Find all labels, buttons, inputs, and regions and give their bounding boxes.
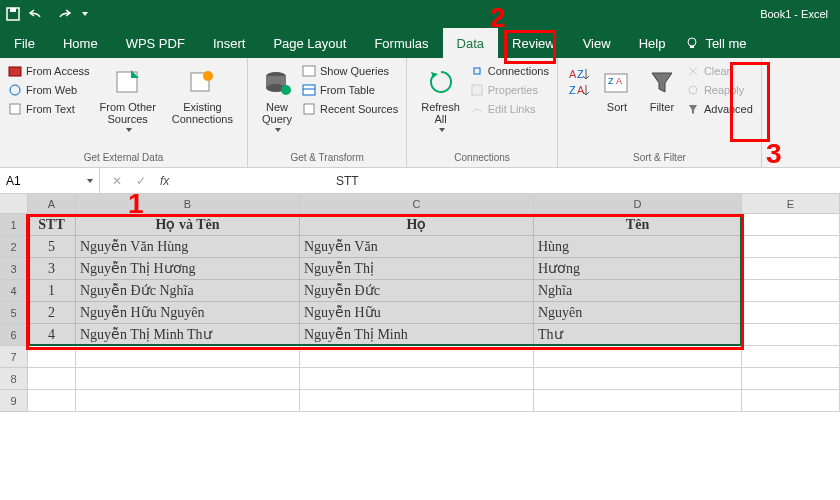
properties-button: Properties	[470, 81, 549, 99]
tab-formulas[interactable]: Formulas	[360, 28, 442, 58]
table-row[interactable]: 3 3 Nguyễn Thị Hương Nguyễn Thị Hương	[0, 258, 840, 280]
col-D[interactable]: D	[534, 194, 742, 214]
reapply-button: Reapply	[686, 81, 753, 99]
table-row[interactable]: 2 5 Nguyễn Văn Hùng Nguyễn Văn Hùng	[0, 236, 840, 258]
edit-links-button: Edit Links	[470, 100, 549, 118]
svg-text:A: A	[616, 76, 622, 86]
tab-help[interactable]: Help	[625, 28, 680, 58]
group-get-transform: New Query Show Queries From Table Recent…	[248, 58, 407, 167]
table-row[interactable]: 4 1 Nguyễn Đức Nghĩa Nguyễn Đức Nghĩa	[0, 280, 840, 302]
fx-icon[interactable]: fx	[160, 174, 169, 188]
table-row[interactable]: 8	[0, 368, 840, 390]
svg-point-13	[281, 85, 291, 95]
title-bar: Book1 - Excel	[0, 0, 840, 28]
from-text-button[interactable]: From Text	[8, 100, 90, 118]
svg-rect-1	[10, 8, 16, 12]
existing-connections-button[interactable]: Existing Connections	[166, 62, 239, 125]
clear-button: Clear	[686, 62, 753, 80]
svg-rect-14	[303, 66, 315, 76]
ribbon: From Access From Web From Text From Othe…	[0, 58, 840, 168]
svg-text:A: A	[569, 68, 577, 80]
svg-point-2	[688, 38, 696, 46]
from-table-button[interactable]: From Table	[302, 81, 398, 99]
tab-file[interactable]: File	[0, 28, 49, 58]
select-all-corner[interactable]	[0, 194, 28, 214]
svg-rect-6	[10, 104, 20, 114]
col-B[interactable]: B	[76, 194, 300, 214]
svg-rect-19	[472, 85, 482, 95]
table-row[interactable]: 7	[0, 346, 840, 368]
svg-point-27	[689, 86, 697, 94]
show-queries-button[interactable]: Show Queries	[302, 62, 398, 80]
redo-icon[interactable]	[54, 7, 72, 21]
tab-insert[interactable]: Insert	[199, 28, 260, 58]
group-connections: Refresh All Connections Properties Edit …	[407, 58, 558, 167]
tab-home[interactable]: Home	[49, 28, 112, 58]
tab-page-layout[interactable]: Page Layout	[259, 28, 360, 58]
from-web-button[interactable]: From Web	[8, 81, 90, 99]
svg-rect-4	[9, 67, 21, 76]
spreadsheet-grid[interactable]: A B C D E 1 STT Họ và Tên Họ Tên 2 5 Ngu…	[0, 194, 840, 412]
svg-point-9	[203, 71, 213, 81]
sort-button[interactable]: ZA Sort	[596, 62, 638, 113]
new-query-button[interactable]: New Query	[256, 62, 298, 132]
tell-me-label: Tell me	[705, 36, 746, 51]
tell-me[interactable]: Tell me	[679, 28, 752, 58]
svg-rect-17	[304, 104, 314, 114]
annotation-number: 3	[766, 138, 782, 170]
refresh-all-button[interactable]: Refresh All	[415, 62, 466, 132]
connections-button[interactable]: Connections	[470, 62, 549, 80]
group-label: Get External Data	[8, 151, 239, 165]
save-icon[interactable]	[6, 7, 20, 21]
group-label: Sort & Filter	[566, 151, 753, 165]
annotation-number: 1	[128, 188, 144, 220]
advanced-button[interactable]: Advanced	[686, 100, 753, 118]
svg-rect-18	[474, 68, 480, 74]
recent-sources-button[interactable]: Recent Sources	[302, 100, 398, 118]
name-box[interactable]: A1	[0, 168, 100, 193]
table-row[interactable]: 6 4 Nguyễn Thị Minh Thư Nguyễn Thị Minh …	[0, 324, 840, 346]
column-headers: A B C D E	[0, 194, 840, 214]
table-row[interactable]: 9	[0, 390, 840, 412]
col-E[interactable]: E	[742, 194, 840, 214]
svg-rect-15	[303, 85, 315, 95]
group-label: Get & Transform	[256, 151, 398, 165]
group-sort-filter: AZ ZA ZA Sort Filter Clear Reapply Advan…	[558, 58, 762, 167]
annotation-number: 2	[490, 2, 506, 34]
svg-text:Z: Z	[608, 76, 614, 86]
formula-input[interactable]: STT	[330, 174, 365, 188]
tab-review[interactable]: Review	[498, 28, 569, 58]
svg-text:Z: Z	[569, 84, 576, 96]
filter-button[interactable]: Filter	[642, 62, 682, 113]
formula-bar: A1 ✕ ✓ fx STT	[0, 168, 840, 194]
svg-text:A: A	[577, 84, 585, 96]
table-row[interactable]: 5 2 Nguyễn Hữu Nguyên Nguyễn Hữu Nguyên	[0, 302, 840, 324]
sort-az-button[interactable]: AZ ZA	[566, 62, 592, 98]
window-title: Book1 - Excel	[760, 8, 828, 20]
qat-dropdown-icon[interactable]	[82, 12, 88, 16]
ribbon-tabs: File Home WPS PDF Insert Page Layout For…	[0, 28, 840, 58]
enter-icon: ✓	[136, 174, 146, 188]
svg-rect-3	[690, 46, 694, 48]
lightbulb-icon	[685, 36, 699, 50]
cancel-icon: ✕	[112, 174, 122, 188]
group-label: Connections	[415, 151, 549, 165]
from-access-button[interactable]: From Access	[8, 62, 90, 80]
tab-wps-pdf[interactable]: WPS PDF	[112, 28, 199, 58]
svg-text:Z: Z	[577, 68, 584, 80]
quick-access-toolbar	[6, 7, 88, 21]
table-row[interactable]: 1 STT Họ và Tên Họ Tên	[0, 214, 840, 236]
col-A[interactable]: A	[28, 194, 76, 214]
group-get-external-data: From Access From Web From Text From Othe…	[0, 58, 248, 167]
from-other-sources-button[interactable]: From Other Sources	[94, 62, 162, 132]
col-C[interactable]: C	[300, 194, 534, 214]
tab-view[interactable]: View	[569, 28, 625, 58]
undo-icon[interactable]	[28, 7, 46, 21]
svg-point-5	[10, 85, 20, 95]
